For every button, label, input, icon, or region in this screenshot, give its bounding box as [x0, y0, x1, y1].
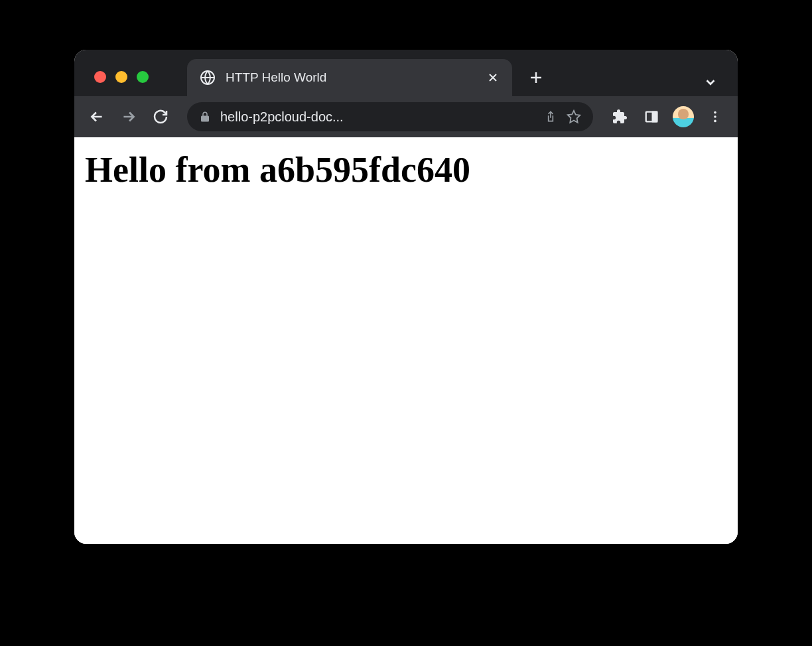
reload-button[interactable] [150, 106, 171, 127]
window-traffic-lights [94, 71, 149, 83]
new-tab-button[interactable] [528, 59, 544, 96]
tab-close-button[interactable] [486, 70, 500, 85]
menu-button[interactable] [705, 106, 726, 127]
tab-list-dropdown[interactable] [703, 75, 718, 92]
close-icon [488, 72, 498, 83]
reload-icon [153, 109, 169, 125]
lock-icon [199, 111, 211, 123]
window-maximize-button[interactable] [137, 71, 149, 83]
svg-point-3 [714, 111, 716, 114]
titlebar: HTTP Hello World [74, 50, 738, 96]
svg-rect-2 [653, 112, 657, 122]
tab-title: HTTP Hello World [226, 70, 476, 85]
toolbar: hello-p2pcloud-doc... [74, 96, 738, 137]
side-panel-button[interactable] [641, 106, 662, 127]
url-text: hello-p2pcloud-doc... [220, 109, 535, 125]
dots-vertical-icon [708, 109, 722, 124]
address-bar[interactable]: hello-p2pcloud-doc... [187, 102, 593, 131]
page-content: Hello from a6b595fdc640 [74, 137, 738, 544]
globe-icon [199, 69, 216, 86]
profile-avatar[interactable] [673, 106, 694, 127]
svg-point-5 [714, 120, 716, 123]
tabs-area: HTTP Hello World [187, 50, 544, 96]
extensions-button[interactable] [609, 106, 630, 127]
window-close-button[interactable] [94, 71, 106, 83]
share-icon[interactable] [544, 110, 557, 123]
svg-point-4 [714, 115, 716, 118]
panel-icon [644, 109, 659, 124]
browser-window: HTTP Hello World [74, 50, 738, 544]
puzzle-icon [612, 109, 628, 125]
arrow-right-icon [120, 108, 137, 125]
page-heading: Hello from a6b595fdc640 [85, 149, 727, 190]
bookmark-star-icon[interactable] [567, 109, 581, 124]
back-button[interactable] [86, 106, 107, 127]
browser-tab[interactable]: HTTP Hello World [187, 59, 512, 96]
chevron-down-icon [703, 75, 718, 90]
forward-button[interactable] [118, 106, 139, 127]
arrow-left-icon [88, 108, 105, 125]
plus-icon [528, 70, 544, 86]
window-minimize-button[interactable] [115, 71, 127, 83]
